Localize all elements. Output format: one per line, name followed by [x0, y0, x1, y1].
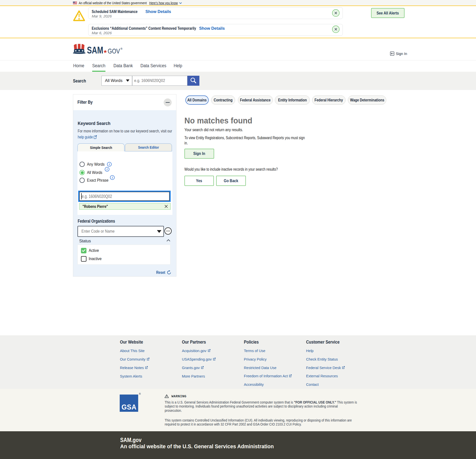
svg-text:i: i	[109, 163, 110, 166]
svg-text:GOV: GOV	[108, 47, 120, 55]
svg-text:i: i	[107, 168, 108, 171]
svg-text:®: ®	[120, 47, 122, 50]
svg-text:SAM: SAM	[87, 45, 103, 55]
svg-text:i: i	[112, 176, 113, 179]
